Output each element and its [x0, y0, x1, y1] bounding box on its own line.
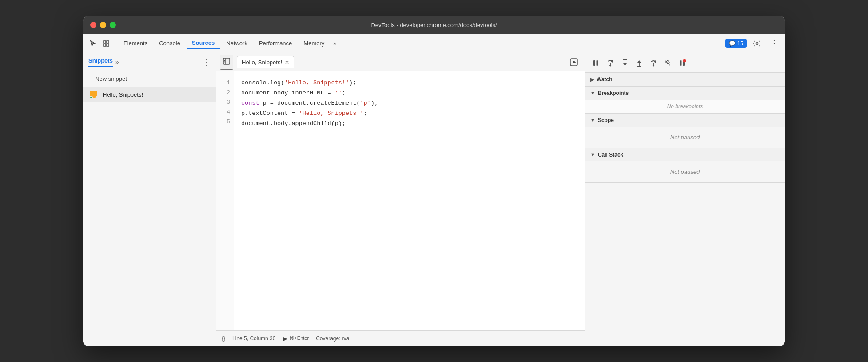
step-into-icon	[621, 59, 629, 67]
deactivate-icon	[664, 59, 671, 67]
line-num-1: 1	[220, 78, 230, 88]
no-breakpoints-text: No breakpoints	[667, 103, 703, 110]
scope-section-title: Scope	[598, 117, 614, 123]
editor-statusbar: {} Line 5, Column 30 ▶ ⌘+Enter Coverage:…	[216, 330, 585, 346]
inspect-button[interactable]	[100, 38, 112, 49]
step-into-button[interactable]	[619, 58, 631, 68]
code-line-4: p.textContent = 'Hello, Snippets!';	[241, 110, 367, 117]
watch-section-header[interactable]: ▶ Watch	[585, 73, 785, 86]
more-tabs-button[interactable]: »	[330, 38, 339, 48]
svg-point-4	[756, 42, 758, 44]
pause-button[interactable]	[589, 58, 602, 68]
svg-marker-15	[623, 63, 627, 66]
step-out-icon	[636, 59, 643, 67]
close-button[interactable]	[90, 22, 96, 28]
close-tab-button[interactable]: ✕	[285, 60, 289, 65]
window-title: DevTools - developer.chrome.com/docs/dev…	[371, 22, 497, 28]
scope-chevron-icon: ▼	[590, 118, 595, 123]
snippets-menu-button[interactable]: ⋮	[203, 58, 211, 66]
line-num-4: 4	[220, 107, 230, 117]
svg-rect-2	[104, 44, 106, 46]
tab-console[interactable]: Console	[154, 38, 186, 48]
tab-sources[interactable]: Sources	[187, 38, 220, 49]
format-icon: {}	[222, 335, 225, 342]
step-over-icon	[606, 59, 614, 67]
coverage-info: Coverage: n/a	[316, 335, 349, 342]
snippets-panel: Snippets » ⋮ + New snippet Hello, Snippe…	[83, 53, 216, 346]
svg-rect-24	[680, 60, 682, 66]
titlebar: DevTools - developer.chrome.com/docs/dev…	[83, 16, 785, 34]
run-arrow-icon: ▶	[283, 335, 287, 342]
editor-tabs: Hello, Snippets! ✕	[216, 53, 585, 71]
toggle-sidebar-button[interactable]	[220, 55, 233, 70]
format-button[interactable]: {}	[222, 335, 225, 342]
tab-memory[interactable]: Memory	[298, 38, 330, 48]
run-shortcut[interactable]: ▶ ⌘+Enter	[283, 335, 309, 342]
toggle-sidebar-icon	[223, 57, 231, 65]
scope-section-header[interactable]: ▼ Scope	[585, 114, 785, 127]
code-line-1: console.log('Hello, Snippets!');	[241, 79, 356, 86]
window-controls	[90, 22, 116, 28]
notification-badge[interactable]: 💬 15	[725, 39, 747, 48]
cursor-tool-button[interactable]	[87, 38, 99, 49]
code-line-3: const p = document.createElement('p');	[241, 100, 378, 106]
snippets-header: Snippets » ⋮	[83, 53, 216, 71]
pause-exceptions-icon	[678, 59, 686, 67]
code-line-5: document.body.appendChild(p);	[241, 120, 346, 127]
step-out-button[interactable]	[633, 58, 645, 68]
breakpoints-section: ▼ Breakpoints No breakpoints	[585, 87, 785, 114]
svg-rect-5	[223, 58, 230, 64]
cursor-icon	[89, 40, 96, 47]
svg-rect-10	[597, 60, 598, 66]
debug-toolbar	[585, 53, 785, 73]
snippet-name: Hello, Snippets!	[103, 91, 143, 98]
breakpoints-chevron-icon: ▼	[590, 90, 595, 96]
watch-section: ▶ Watch	[585, 73, 785, 87]
minimize-button[interactable]	[100, 22, 106, 28]
run-snippet-button[interactable]	[567, 55, 581, 69]
inspect-icon	[103, 40, 110, 47]
tab-performance[interactable]: Performance	[254, 38, 297, 48]
deactivate-breakpoints-button[interactable]	[661, 58, 674, 68]
code-area[interactable]: 1 2 3 4 5 console.log('Hello, Snippets!'…	[216, 71, 585, 330]
more-menu-button[interactable]: ⋮	[767, 36, 781, 51]
call-stack-not-paused: Not paused	[585, 161, 785, 182]
run-icon	[569, 58, 578, 67]
code-content[interactable]: console.log('Hello, Snippets!'); documen…	[234, 71, 385, 330]
maximize-button[interactable]	[110, 22, 116, 28]
run-keyboard-shortcut: ⌘+Enter	[289, 335, 309, 341]
editor-tab-hello-snippets[interactable]: Hello, Snippets! ✕	[237, 56, 294, 68]
tab-elements[interactable]: Elements	[118, 38, 153, 48]
snippet-file-icon	[90, 90, 98, 98]
toolbar-right: 💬 15 ⋮	[725, 36, 781, 51]
pause-exceptions-button[interactable]	[676, 57, 689, 69]
settings-button[interactable]	[750, 38, 764, 49]
toolbar-divider-1	[115, 39, 115, 48]
pause-icon	[592, 59, 599, 67]
line-num-3: 3	[220, 98, 230, 107]
line-numbers: 1 2 3 4 5	[216, 71, 234, 330]
tab-network[interactable]: Network	[221, 38, 253, 48]
step-icon	[650, 59, 657, 67]
main-toolbar: Elements Console Sources Network Perform…	[83, 34, 785, 53]
svg-marker-13	[609, 65, 612, 67]
editor-tab-name: Hello, Snippets!	[242, 59, 282, 66]
scope-section: ▼ Scope Not paused	[585, 114, 785, 148]
scope-not-paused: Not paused	[585, 127, 785, 148]
snippet-item-hello[interactable]: Hello, Snippets!	[83, 87, 216, 102]
step-button[interactable]	[647, 58, 660, 68]
new-snippet-button[interactable]: + New snippet	[83, 71, 216, 87]
snippets-more-button[interactable]: »	[115, 59, 119, 66]
call-stack-section-header[interactable]: ▼ Call Stack	[585, 148, 785, 161]
main-content: Snippets » ⋮ + New snippet Hello, Snippe…	[83, 53, 785, 346]
svg-marker-22	[652, 65, 655, 67]
svg-rect-0	[104, 41, 106, 43]
line-num-2: 2	[220, 88, 230, 98]
step-over-button[interactable]	[604, 57, 617, 69]
call-stack-section-title: Call Stack	[598, 152, 623, 158]
breakpoints-section-header[interactable]: ▼ Breakpoints	[585, 87, 785, 100]
call-stack-section: ▼ Call Stack Not paused	[585, 148, 785, 183]
breakpoints-content: No breakpoints	[585, 100, 785, 113]
breakpoints-section-title: Breakpoints	[598, 90, 629, 96]
svg-point-26	[683, 59, 686, 62]
